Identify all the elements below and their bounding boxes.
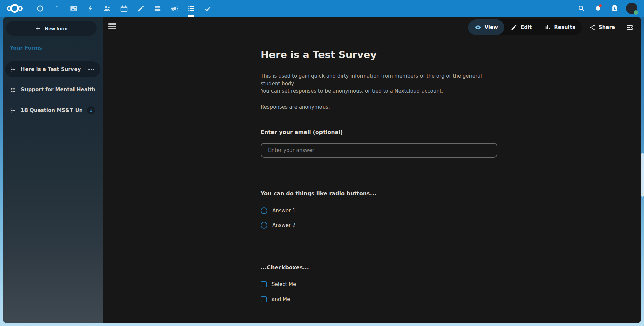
user-avatar[interactable] [626,3,637,14]
radio-circle-icon[interactable] [261,207,267,214]
form-item-label: Support for Mental Health Pro... [21,87,95,93]
people-icon [103,5,111,12]
megaphone-icon [170,5,178,12]
online-status-dot [634,10,638,15]
checkbox-option-select-me[interactable]: Select Me [261,281,497,288]
contacts-menu-button[interactable] [606,0,623,17]
plus-icon [35,26,41,31]
lightning-icon [87,5,94,12]
question-checkbox-label: ...Checkboxes... [261,264,497,271]
checkbox-option-and-me[interactable]: and Me [261,296,497,303]
search-button[interactable] [573,0,590,17]
form-list-item-icon [10,87,16,93]
pencil-icon [137,5,145,12]
folder-icon [53,5,61,12]
share-button[interactable]: Share [584,19,620,35]
logo-circle-center [10,4,19,13]
app-content-container: New form Your Forms Here is a Test Surve… [3,17,641,323]
mode-tabs: View Edit Results [468,19,581,35]
question-email-label: Enter your email (optional) [261,129,497,136]
edit-pencil-icon [511,24,517,31]
view-header-controls: View Edit Results Share [468,19,637,35]
tab-edit[interactable]: Edit [504,19,538,35]
description-paragraph-1: This is used to gain quick and dirty inf… [261,72,497,87]
radio-option-label: Answer 1 [272,208,296,214]
search-icon [578,5,585,12]
notification-dot [599,4,602,7]
checkmark-icon [204,5,212,12]
app-deck[interactable] [149,0,166,17]
open-sidebar-button[interactable] [623,19,637,35]
sidebar-item-18-question[interactable]: 18 Question MS&T Unaffilia... 1 [5,102,100,118]
form-item-label: Here is a Test Survey [21,66,81,72]
app-dashboard[interactable] [32,0,48,17]
notifications-button[interactable] [590,0,606,17]
form-view-main: View Edit Results Share Here i [103,17,641,323]
page-scrollbar-thumb[interactable] [641,153,644,197]
app-files[interactable] [48,0,65,17]
eye-icon [475,24,481,31]
checkbox-square-icon[interactable] [261,296,267,302]
toggle-navigation-button[interactable] [108,23,116,29]
photos-icon [70,5,78,12]
email-answer-input[interactable] [261,143,497,158]
app-announcements[interactable] [166,0,183,17]
radio-option-label: Answer 2 [272,222,296,228]
survey-description: This is used to gain quick and dirty inf… [261,72,497,95]
form-item-label: 18 Question MS&T Unaffilia... [21,107,82,113]
radio-option-answer-2[interactable]: Answer 2 [261,221,497,229]
app-calendar[interactable] [115,0,132,17]
anonymous-note: Responses are anonymous. [261,103,497,111]
tab-results[interactable]: Results [538,19,582,35]
forms-sidebar: New form Your Forms Here is a Test Surve… [3,17,103,323]
top-bar [0,0,644,17]
question-radio-label: You can do things like radio buttons... [261,190,497,197]
app-activity[interactable] [82,0,99,17]
stack-icon [154,5,161,12]
dashboard-icon [36,5,44,12]
response-count-badge: 1 [87,106,95,114]
hamburger-icon [108,23,116,25]
checkbox-option-label: and Me [271,296,290,302]
form-list: Here is a Test Survey Support for Mental… [3,61,103,123]
checkbox-square-icon[interactable] [261,281,267,287]
survey-title: Here is a Test Survey [261,49,497,61]
app-photos[interactable] [65,0,82,17]
nextcloud-logo[interactable] [7,4,23,13]
survey-content: Here is a Test Survey This is used to ga… [261,49,497,303]
calendar-icon [120,5,128,12]
share-icon [589,24,596,31]
share-label: Share [599,24,615,30]
app-contacts[interactable] [99,0,115,17]
sidebar-item-test-survey[interactable]: Here is a Test Survey [5,61,100,77]
topbar-right [573,0,640,17]
checkbox-option-label: Select Me [271,281,296,287]
contact-card-icon [611,5,618,12]
sidebar-item-mental-health[interactable]: Support for Mental Health Pro... [5,82,100,98]
app-forms[interactable] [183,0,199,17]
forms-list-icon [187,5,195,12]
new-form-button[interactable]: New form [6,21,97,36]
description-paragraph-2: You can set responses to be anonymous, o… [261,87,497,95]
sidebar-toggle-icon [626,24,634,31]
tab-view[interactable]: View [468,19,504,35]
tab-edit-label: Edit [521,24,532,30]
app-tasks[interactable] [199,0,216,17]
tab-results-label: Results [554,24,575,30]
radio-circle-icon[interactable] [261,222,267,229]
item-menu-icon[interactable] [88,67,95,72]
new-form-label: New form [45,26,67,31]
radio-option-answer-1[interactable]: Answer 1 [261,207,497,214]
tab-view-label: View [484,24,498,30]
your-forms-heading: Your Forms [10,45,42,51]
form-list-item-icon [10,67,16,72]
bar-chart-icon [544,24,551,31]
form-list-item-icon [10,108,16,113]
app-notes[interactable] [132,0,149,17]
